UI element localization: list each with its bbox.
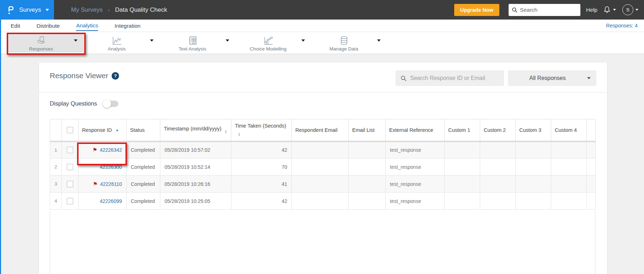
custom1-cell bbox=[445, 193, 480, 210]
bell-icon bbox=[603, 6, 611, 14]
custom4-cell bbox=[551, 141, 587, 159]
custom4-cell bbox=[551, 193, 587, 210]
custom1-cell bbox=[445, 141, 480, 159]
response-id-cell: ⚑42226110 bbox=[79, 176, 127, 193]
spacer-cell bbox=[587, 141, 596, 159]
questionpro-logo-icon bbox=[7, 5, 15, 15]
global-search-input[interactable] bbox=[520, 7, 577, 13]
breadcrumb: My Surveys › Data Quality Check bbox=[71, 6, 167, 14]
row-checkbox[interactable] bbox=[67, 147, 73, 153]
chevron-down-icon[interactable] bbox=[74, 39, 77, 43]
column-header-timestamp[interactable]: Timestamp (mm/dd/yyyy)▲▼ bbox=[160, 119, 231, 141]
user-account-menu[interactable]: S bbox=[622, 4, 638, 15]
responses-filter-dropdown[interactable]: All Responses bbox=[508, 70, 596, 86]
response-search-input[interactable] bbox=[410, 75, 499, 81]
chevron-down-icon bbox=[45, 9, 49, 13]
chevron-down-icon[interactable] bbox=[226, 39, 229, 43]
respondent-email-cell bbox=[292, 159, 349, 176]
response-id-link[interactable]: 42226300 bbox=[100, 164, 122, 170]
custom3-cell bbox=[516, 193, 551, 210]
page-title: Response Viewer bbox=[50, 71, 108, 80]
help-link[interactable]: Help bbox=[586, 7, 597, 13]
chevron-down-icon[interactable] bbox=[301, 39, 305, 43]
global-search-box[interactable] bbox=[509, 4, 580, 16]
table-border-continuation bbox=[50, 211, 50, 274]
survey-nav-tabs: Edit Distribute Analytics Integration Re… bbox=[0, 20, 644, 32]
custom3-cell bbox=[516, 176, 551, 193]
response-id-cell: 42226099 bbox=[79, 193, 127, 210]
timestamp-cell: 05/28/2019 10:25:05 bbox=[160, 193, 231, 210]
chevron-down-icon[interactable] bbox=[150, 39, 154, 43]
row-select-cell bbox=[62, 176, 79, 193]
response-id-cell: 42226300 bbox=[79, 159, 127, 176]
choice-modelling-toolbar-button[interactable]: Choice Modelling bbox=[235, 33, 311, 52]
row-checkbox[interactable] bbox=[67, 198, 73, 204]
responses-table: Response ID▲ Status Timestamp (mm/dd/yyy… bbox=[50, 119, 595, 210]
tab-analytics[interactable]: Analytics bbox=[76, 20, 98, 31]
external-reference-cell: test_response bbox=[386, 176, 445, 193]
column-header-custom-3: Custom 3 bbox=[516, 119, 551, 141]
custom2-cell bbox=[480, 176, 516, 193]
upgrade-now-button[interactable]: Upgrade Now bbox=[454, 4, 499, 16]
table-row: 1 ⚑42226342 Completed 05/28/2019 10:57:0… bbox=[50, 141, 596, 159]
response-id-link[interactable]: 42226099 bbox=[100, 198, 122, 204]
tab-edit[interactable]: Edit bbox=[11, 21, 20, 31]
column-header-status: Status bbox=[127, 119, 160, 141]
row-number: 2 bbox=[50, 159, 62, 176]
chevron-down-icon[interactable] bbox=[377, 39, 381, 43]
flag-icon: ⚑ bbox=[93, 181, 97, 187]
filter-selected-value: All Responses bbox=[508, 75, 587, 81]
timestamp-cell: 05/28/2019 10:52:14 bbox=[160, 159, 231, 176]
display-questions-toggle[interactable] bbox=[103, 101, 118, 107]
brand-product-label: Surveys bbox=[19, 6, 41, 14]
column-header-respondent-email: Respondent Email bbox=[292, 119, 349, 141]
email-list-cell bbox=[349, 141, 386, 159]
help-icon[interactable]: ? bbox=[112, 72, 119, 80]
tab-integration[interactable]: Integration bbox=[114, 21, 140, 31]
responses-count-badge: Responses: 4 bbox=[606, 23, 638, 28]
status-cell: Completed bbox=[127, 159, 160, 176]
column-header-time-taken[interactable]: Time Taken (Seconds)▲▼ bbox=[231, 119, 292, 141]
row-checkbox[interactable] bbox=[67, 181, 73, 187]
email-list-cell bbox=[349, 193, 386, 210]
time-taken-cell: 42 bbox=[231, 193, 292, 210]
responses-toolbar-button[interactable]: Responses bbox=[8, 33, 84, 52]
custom2-cell bbox=[480, 193, 516, 210]
breadcrumb-my-surveys-link[interactable]: My Surveys bbox=[71, 6, 103, 14]
external-reference-cell: test_response bbox=[386, 193, 445, 210]
custom4-cell bbox=[551, 159, 587, 176]
response-id-link[interactable]: 42226342 bbox=[100, 147, 122, 153]
custom1-cell bbox=[445, 159, 480, 176]
column-header-response-id[interactable]: Response ID▲ bbox=[79, 119, 127, 141]
sort-icon: ▲▼ bbox=[224, 130, 227, 134]
column-header-external-reference: External Reference bbox=[386, 119, 445, 141]
spacer-cell bbox=[587, 193, 596, 210]
text-analysis-toolbar-button[interactable]: Text Analysis bbox=[159, 33, 235, 52]
breadcrumb-separator: › bbox=[108, 7, 110, 13]
analysis-toolbar-button[interactable]: Analysis bbox=[84, 33, 159, 52]
notifications-menu[interactable] bbox=[603, 6, 616, 14]
column-header-select-all bbox=[62, 119, 79, 141]
row-number: 1 bbox=[50, 141, 62, 159]
tab-distribute[interactable]: Distribute bbox=[37, 21, 60, 31]
column-header-custom-4: Custom 4 bbox=[551, 119, 587, 141]
line-chart-icon bbox=[112, 36, 122, 45]
row-checkbox[interactable] bbox=[67, 164, 73, 170]
toolbar-item-label: Manage Data bbox=[329, 46, 358, 52]
select-all-checkbox[interactable] bbox=[67, 127, 73, 133]
time-taken-cell: 70 bbox=[231, 159, 292, 176]
toolbar-item-label: Choice Modelling bbox=[250, 46, 287, 52]
response-id-link[interactable]: 42226110 bbox=[100, 181, 122, 187]
email-list-cell bbox=[349, 159, 386, 176]
surveys-app-menu[interactable]: Surveys bbox=[0, 0, 54, 20]
toolbar-item-label: Responses bbox=[29, 46, 53, 52]
custom3-cell bbox=[516, 159, 551, 176]
custom2-cell bbox=[480, 159, 516, 176]
column-header-email-list: Email List bbox=[349, 119, 386, 141]
response-viewer-panel: Response Viewer ? All Responses Display … bbox=[39, 63, 607, 274]
response-search-box[interactable] bbox=[396, 70, 504, 86]
manage-data-toolbar-button[interactable]: Manage Data bbox=[311, 33, 386, 52]
timestamp-cell: 05/28/2019 10:57:02 bbox=[160, 141, 231, 159]
toolbar-item-label: Analysis bbox=[108, 46, 125, 52]
table-row: 4 42226099 Completed 05/28/2019 10:25:05… bbox=[50, 193, 596, 210]
